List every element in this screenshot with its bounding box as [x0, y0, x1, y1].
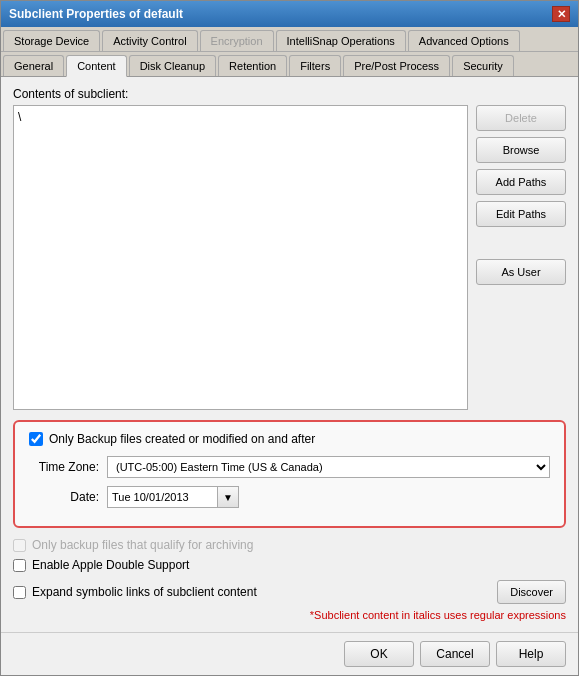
- apple-double-row: Enable Apple Double Support: [13, 558, 566, 572]
- browse-button[interactable]: Browse: [476, 137, 566, 163]
- apple-double-label: Enable Apple Double Support: [32, 558, 189, 572]
- backup-checkbox-label: Only Backup files created or modified on…: [49, 432, 315, 446]
- tab-encryption[interactable]: Encryption: [200, 30, 274, 51]
- timezone-row: Time Zone: (UTC-05:00) Eastern Time (US …: [29, 456, 550, 478]
- symbolic-links-row: Expand symbolic links of subclient conte…: [13, 580, 566, 604]
- tab-general[interactable]: General: [3, 55, 64, 76]
- date-row: Date: ▼: [29, 486, 550, 508]
- window: Subclient Properties of default ✕ Storag…: [0, 0, 579, 676]
- discover-button[interactable]: Discover: [497, 580, 566, 604]
- cancel-button[interactable]: Cancel: [420, 641, 490, 667]
- window-title: Subclient Properties of default: [9, 7, 183, 21]
- date-input-container: ▼: [107, 486, 239, 508]
- close-button[interactable]: ✕: [552, 6, 570, 22]
- title-bar: Subclient Properties of default ✕: [1, 1, 578, 27]
- tab-filters[interactable]: Filters: [289, 55, 341, 76]
- backup-checkbox[interactable]: [29, 432, 43, 446]
- italic-note-container: *Subclient content in italics uses regul…: [13, 608, 566, 622]
- tab-security[interactable]: Security: [452, 55, 514, 76]
- archiving-checkbox[interactable]: [13, 539, 26, 552]
- tab-activity-control[interactable]: Activity Control: [102, 30, 197, 51]
- ok-button[interactable]: OK: [344, 641, 414, 667]
- tab-intellisnap[interactable]: IntelliSnap Operations: [276, 30, 406, 51]
- edit-paths-button[interactable]: Edit Paths: [476, 201, 566, 227]
- tab-retention[interactable]: Retention: [218, 55, 287, 76]
- section-label: Contents of subclient:: [13, 87, 566, 101]
- italic-note: *Subclient content in italics uses regul…: [310, 609, 566, 621]
- archiving-row: Only backup files that qualify for archi…: [13, 538, 566, 552]
- tab-disk-cleanup[interactable]: Disk Cleanup: [129, 55, 216, 76]
- backup-checkbox-row: Only Backup files created or modified on…: [29, 432, 550, 446]
- tab-advanced-options[interactable]: Advanced Options: [408, 30, 520, 51]
- footer-buttons: OK Cancel Help: [1, 632, 578, 675]
- content-box[interactable]: \: [13, 105, 468, 410]
- add-paths-button[interactable]: Add Paths: [476, 169, 566, 195]
- archiving-label: Only backup files that qualify for archi…: [32, 538, 253, 552]
- tab-prepost[interactable]: Pre/Post Process: [343, 55, 450, 76]
- side-buttons: Delete Browse Add Paths Edit Paths As Us…: [476, 105, 566, 410]
- delete-button[interactable]: Delete: [476, 105, 566, 131]
- date-label: Date:: [29, 490, 99, 504]
- tab-storage-device[interactable]: Storage Device: [3, 30, 100, 51]
- timezone-label: Time Zone:: [29, 460, 99, 474]
- content-area: Contents of subclient: \ Delete Browse A…: [1, 77, 578, 632]
- tab-row-2: General Content Disk Cleanup Retention F…: [1, 52, 578, 77]
- backup-section: Only Backup files created or modified on…: [13, 420, 566, 528]
- apple-double-checkbox[interactable]: [13, 559, 26, 572]
- timezone-select[interactable]: (UTC-05:00) Eastern Time (US & Canada): [107, 456, 550, 478]
- help-button[interactable]: Help: [496, 641, 566, 667]
- symbolic-links-label: Expand symbolic links of subclient conte…: [32, 585, 257, 599]
- tab-row-1: Storage Device Activity Control Encrypti…: [1, 27, 578, 52]
- content-text: \: [18, 110, 21, 124]
- as-user-button[interactable]: As User: [476, 259, 566, 285]
- symbolic-links-container: Expand symbolic links of subclient conte…: [13, 585, 257, 599]
- date-input[interactable]: [107, 486, 217, 508]
- symbolic-links-checkbox[interactable]: [13, 586, 26, 599]
- bottom-checkboxes: Only backup files that qualify for archi…: [13, 538, 566, 572]
- date-picker-button[interactable]: ▼: [217, 486, 239, 508]
- tab-content[interactable]: Content: [66, 55, 127, 77]
- btn-spacer: [476, 233, 566, 253]
- main-panel: \ Delete Browse Add Paths Edit Paths As …: [13, 105, 566, 410]
